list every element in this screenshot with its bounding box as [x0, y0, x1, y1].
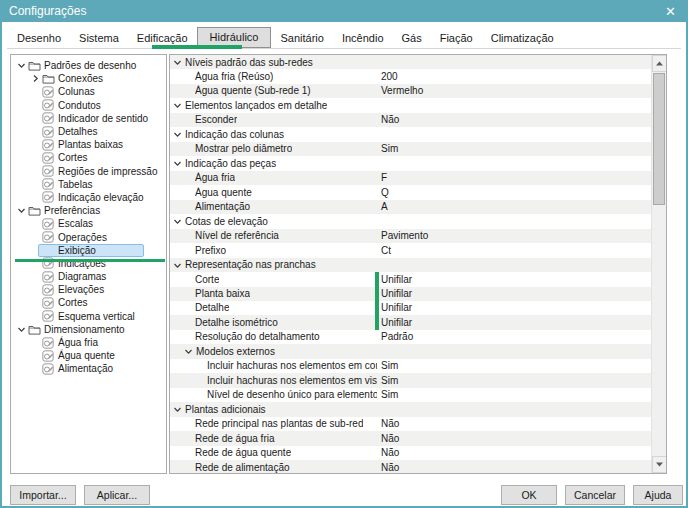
tab-climatizacao[interactable]: Climatização — [482, 29, 563, 48]
tab-gas[interactable]: Gás — [393, 29, 431, 48]
section-collapse-icon[interactable] — [173, 217, 182, 228]
grid-row-incluir-hachuras-nos-elementos-em-corte[interactable]: Incluir hachuras nos elementos em corteS… — [170, 359, 651, 373]
grid-row-nivel-de-desenho-unico-para-elementos[interactable]: Nível de desenho único para elementos ..… — [170, 388, 651, 402]
tree-item-alimentacao[interactable]: Alimentação — [11, 362, 166, 375]
tree-item-detalhes[interactable]: Detalhes — [11, 125, 166, 138]
property-value[interactable]: Sim — [381, 360, 398, 371]
property-value[interactable]: A — [381, 201, 388, 212]
property-value[interactable]: Pavimento — [381, 230, 428, 241]
tree-item-agua-fria[interactable]: Água fria — [11, 336, 166, 349]
grid-row-esconder[interactable]: EsconderNão — [170, 113, 651, 127]
grid-section-niveis-padrao-das-sub-redes[interactable]: Níveis padrão das sub-redes — [170, 55, 651, 69]
import-button[interactable]: Importar... — [10, 485, 76, 505]
tree-item-cortes[interactable]: Cortes — [11, 151, 166, 164]
tree-item-colunas[interactable]: Colunas — [11, 85, 166, 98]
grid-section-cotas-de-elevacao[interactable]: Cotas de elevação — [170, 214, 651, 228]
property-value[interactable]: Unifilar — [381, 288, 412, 299]
tree-item-indicador-de-sentido[interactable]: Indicador de sentido — [11, 112, 166, 125]
grid-row-prefixo[interactable]: PrefixoCt — [170, 243, 651, 257]
tree-item-elevacoes[interactable]: Elevações — [11, 283, 166, 296]
grid-row-incluir-hachuras-nos-elementos-em-vista[interactable]: Incluir hachuras nos elementos em vistaS… — [170, 373, 651, 387]
tree-expander-down-icon[interactable] — [15, 325, 27, 334]
grid-section-indicacao-das-pecas[interactable]: Indicação das peças — [170, 156, 651, 170]
grid-section-elementos-lancados-em-detalhe[interactable]: Elementos lançados em detalhe — [170, 98, 651, 112]
grid-row-agua-fria-reuso[interactable]: Água fria (Reúso)200 — [170, 69, 651, 83]
tree-item-plantas-baixas[interactable]: Plantas baixas — [11, 138, 166, 151]
grid-row-nivel-de-referencia[interactable]: Nível de referênciaPavimento — [170, 229, 651, 243]
property-value[interactable]: Não — [381, 114, 399, 125]
property-value[interactable]: Não — [381, 418, 399, 429]
tree-expander-down-icon[interactable] — [15, 206, 27, 215]
grid-row-resolucao-do-detalhamento[interactable]: Resolução do detalhamentoPadrão — [170, 330, 651, 344]
property-value[interactable]: 200 — [381, 71, 398, 82]
tree-item-dimensionamento[interactable]: Dimensionamento — [11, 323, 166, 336]
tree-item-agua-quente[interactable]: Água quente — [11, 349, 166, 362]
scroll-up-icon[interactable] — [652, 55, 667, 72]
property-value[interactable]: Não — [381, 447, 399, 458]
grid-scrollbar[interactable] — [651, 55, 666, 473]
tab-incendio[interactable]: Incêndio — [333, 29, 393, 48]
property-value[interactable]: Vermelho — [381, 85, 423, 96]
grid-row-corte[interactable]: CorteUnifilar — [170, 272, 651, 286]
grid-section-representacao-nas-pranchas[interactable]: Representação nas pranchas — [170, 258, 651, 272]
property-value[interactable]: Unifilar — [381, 274, 412, 285]
tab-sanitario[interactable]: Sanitário — [271, 29, 332, 48]
property-value[interactable]: Sim — [381, 375, 398, 386]
tree-expander-down-icon[interactable] — [15, 61, 27, 70]
scroll-down-icon[interactable] — [652, 456, 667, 473]
tree-item-operacoes[interactable]: Operações — [11, 230, 166, 243]
property-value[interactable]: Unifilar — [381, 317, 412, 328]
property-value[interactable]: Sim — [381, 389, 398, 400]
section-collapse-icon[interactable] — [173, 130, 182, 141]
property-value[interactable]: F — [381, 172, 387, 183]
section-collapse-icon[interactable] — [173, 159, 182, 170]
tree-item-exibicao[interactable]: Exibição — [11, 244, 166, 257]
grid-row-agua-quente-sub-rede-1[interactable]: Água quente (Sub-rede 1)Vermelho — [170, 84, 651, 98]
grid-row-rede-de-agua-quente[interactable]: Rede de água quenteNão — [170, 446, 651, 460]
section-collapse-icon[interactable] — [173, 101, 182, 112]
tab-desenho[interactable]: Desenho — [8, 29, 70, 48]
property-value[interactable]: Não — [381, 433, 399, 444]
tree-expander-right-icon[interactable] — [29, 74, 41, 83]
tree-item-preferencias[interactable]: Preferências — [11, 204, 166, 217]
tree-item-esquema-vertical[interactable]: Esquema vertical — [11, 310, 166, 323]
property-value[interactable]: Unifilar — [381, 302, 412, 313]
grid-row-planta-baixa[interactable]: Planta baixaUnifilar — [170, 287, 651, 301]
grid-row-agua-fria[interactable]: Água friaF — [170, 171, 651, 185]
grid-row-mostrar-pelo-diametro[interactable]: Mostrar pelo diâmetroSim — [170, 142, 651, 156]
section-collapse-icon[interactable] — [184, 347, 193, 358]
grid-row-rede-de-agua-fria[interactable]: Rede de água friaNão — [170, 431, 651, 445]
tree-item-conexoes[interactable]: Conexões — [11, 72, 166, 85]
grid-row-detalhe[interactable]: DetalheUnifilar — [170, 301, 651, 315]
tree-item-tabelas[interactable]: Tabelas — [11, 178, 166, 191]
tree-item-padroes-de-desenho[interactable]: Padrões de desenho — [11, 59, 166, 72]
tree-item-condutos[interactable]: Condutos — [11, 99, 166, 112]
grid-row-alimentacao[interactable]: AlimentaçãoA — [170, 200, 651, 214]
property-value[interactable]: Padrão — [381, 331, 413, 342]
tree-item-diagramas[interactable]: Diagramas — [11, 270, 166, 283]
help-button[interactable]: Ajuda — [633, 485, 683, 505]
grid-section-indicacao-das-colunas[interactable]: Indicação das colunas — [170, 127, 651, 141]
ok-button[interactable]: OK — [501, 485, 557, 505]
tab-fiacao[interactable]: Fiação — [431, 29, 482, 48]
grid-section-plantas-adicionais[interactable]: Plantas adicionais — [170, 402, 651, 416]
section-collapse-icon[interactable] — [173, 58, 182, 69]
tab-sistema[interactable]: Sistema — [70, 29, 128, 48]
close-icon[interactable]: ✕ — [662, 5, 679, 18]
grid-row-rede-de-alimentacao[interactable]: Rede de alimentaçãoNão — [170, 460, 651, 474]
scrollbar-thumb[interactable] — [653, 73, 665, 205]
grid-section-modelos-externos[interactable]: Modelos externos — [170, 344, 651, 358]
property-value[interactable]: Não — [381, 462, 399, 473]
tree-item-regioes-de-impressao[interactable]: Regiões de impressão — [11, 165, 166, 178]
grid-row-rede-principal-nas-plantas-de-sub-redes[interactable]: Rede principal nas plantas de sub-redesN… — [170, 417, 651, 431]
section-collapse-icon[interactable] — [173, 261, 182, 272]
grid-row-agua-quente[interactable]: Água quenteQ — [170, 185, 651, 199]
tree-item-cortes[interactable]: Cortes — [11, 296, 166, 309]
property-value[interactable]: Q — [381, 187, 389, 198]
apply-button[interactable]: Aplicar... — [84, 485, 150, 505]
section-collapse-icon[interactable] — [173, 405, 182, 416]
cancel-button[interactable]: Cancelar — [565, 485, 625, 505]
tree-item-escalas[interactable]: Escalas — [11, 217, 166, 230]
property-value[interactable]: Sim — [381, 143, 398, 154]
grid-row-detalhe-isometrico[interactable]: Detalhe isométricoUnifilar — [170, 315, 651, 329]
